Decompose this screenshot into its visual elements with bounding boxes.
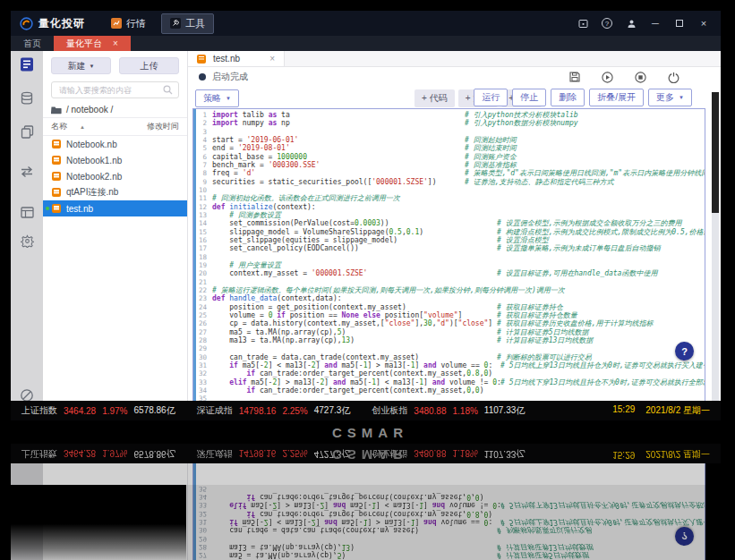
chevron-down-icon: ▼: [90, 64, 95, 69]
index-tn: 4727.3亿: [314, 404, 351, 417]
user-icon[interactable]: [625, 17, 637, 30]
sort-asc-icon[interactable]: ▲: [80, 124, 85, 130]
code-editor: 1import talib as ta# 引入python技术分析模块talib…: [196, 463, 705, 560]
line-number: 27: [196, 328, 212, 336]
help-icon[interactable]: ?: [601, 17, 613, 30]
code-line: 2import numpy as np# 引入python数据分析模块numpy: [196, 119, 705, 127]
code-text: import numpy as np: [212, 119, 290, 127]
code-text: position = get_position(context.my_asset…: [212, 303, 406, 311]
line-number: 25: [196, 311, 212, 319]
inline-comment: # 证券池,支持动态、静态和指定代码三种方式: [465, 178, 613, 186]
inline-comment: # 5日均线上穿13日均线且持仓为0时,证券可交易就执行买入建仓: [500, 361, 705, 369]
notebook-nav-icon[interactable]: [18, 55, 36, 73]
index-tn: 1107.33亿: [484, 404, 525, 417]
cell-type-button[interactable]: 策略 ▼: [195, 89, 239, 107]
index-tn: 6578.86亿: [134, 404, 175, 417]
line-number: 1: [196, 111, 212, 119]
line-number: 11: [196, 194, 212, 202]
cell-action-button[interactable]: 运行: [474, 89, 508, 106]
help-fab-button[interactable]: ?: [675, 342, 694, 361]
cell-action-label: 停止: [520, 91, 538, 104]
files-copy-icon[interactable]: [18, 123, 36, 140]
tab-home-label: 首页: [23, 38, 41, 50]
line-number: 5: [196, 144, 212, 152]
code-text: elif ma5[-2] > ma13[-2] and ma5[-1] < ma…: [212, 501, 501, 509]
file-row[interactable]: qtAPI连接.nb: [43, 184, 187, 200]
minimize-icon[interactable]: ─: [649, 17, 662, 30]
menu-tools[interactable]: 工具: [161, 13, 214, 34]
cell-action-button[interactable]: 更多▼: [648, 89, 692, 106]
scrollbar-thumb[interactable]: [712, 92, 719, 213]
line-number: 9: [196, 178, 212, 186]
code-text: context.my_asset = '000001.SZSE': [212, 269, 367, 277]
file-row[interactable]: Notebook1.nb: [43, 152, 187, 168]
kernel-status-text: 启动完成: [212, 71, 248, 83]
tab-home[interactable]: 首页: [11, 36, 54, 51]
unsaved-dot: [46, 207, 49, 210]
tab-quant-platform[interactable]: 量化平台 ×: [54, 36, 131, 51]
code-text: # 回测参数设置: [212, 211, 281, 219]
editor-tab-testnb[interactable]: test.nb ×: [188, 51, 285, 66]
settings-gear-icon[interactable]: [18, 232, 36, 250]
market-icon: [111, 18, 122, 29]
file-row[interactable]: Notebook.nb: [43, 136, 187, 152]
code-editor[interactable]: 1import talib as ta# 引入python技术分析模块talib…: [196, 109, 705, 401]
inline-comment: # 计算目标证券13日均线数据: [497, 336, 593, 344]
cell-toolbar: 策略 ▼ + 代码+ 策略+ 文档 运行停止删除折叠/展开更多▼: [188, 87, 721, 108]
code-text: set_commission(PerValue(cost=0.0003)): [212, 219, 389, 227]
column-modified-time[interactable]: 修改时间: [147, 121, 179, 132]
add-cell-button[interactable]: + 代码: [415, 89, 455, 107]
inline-comment: # 策略类型,"d"表示日间策略使用日线回测,"m"表示日内策略使用分钟线回测: [465, 169, 705, 177]
restart-power-icon[interactable]: [668, 72, 679, 83]
code-text: import talib as ta: [212, 111, 290, 119]
panel-layout-icon[interactable]: [18, 203, 36, 221]
menu-market-label: 行情: [126, 17, 146, 30]
file-name: Notebook1.nb: [66, 156, 122, 165]
code-line: 23def handle_data(context,data):: [196, 294, 705, 302]
code-text: def handle_data(context,data):: [212, 294, 342, 302]
cell-action-label: 更多: [656, 91, 674, 104]
inline-comment: # 判断标的股票可以进行交易: [497, 526, 592, 534]
new-button[interactable]: 新建 ▼: [51, 57, 111, 74]
line-number: 35: [196, 485, 212, 493]
cell-action-button[interactable]: 删除: [551, 89, 585, 106]
code-line: 17 set_cancel_policy(EODCancel())# 设置撤单策…: [196, 244, 705, 252]
line-number: 18: [196, 253, 212, 261]
line-number: 33: [196, 378, 212, 386]
inline-comment: # 计算目标证券5日均线数据: [497, 551, 588, 559]
save-icon[interactable]: [569, 72, 580, 82]
code-line: 10: [196, 186, 705, 194]
tools-icon: [170, 18, 181, 29]
code-text: if can_trade:order_target_percent(contex…: [212, 369, 492, 378]
inline-comment: # 计算目标证券13日均线数据: [497, 543, 593, 551]
index-pc: 1.97%: [102, 406, 127, 416]
code-line: 33 elif ma5[-2] > ma13[-2] and ma5[-1] <…: [196, 378, 705, 386]
code-line: 30 can_trade = data.can_trade(context.my…: [196, 353, 705, 361]
csmar-watermark: CSMAR: [11, 444, 721, 467]
maximize-icon[interactable]: [673, 17, 686, 30]
tab-close-icon[interactable]: ×: [113, 38, 118, 48]
menu-market[interactable]: 行情: [103, 14, 154, 33]
inline-comment: # 引入python数据分析模块numpy: [465, 119, 578, 127]
column-name[interactable]: 名称: [51, 121, 67, 132]
message-icon[interactable]: [577, 17, 589, 30]
file-row[interactable]: Notebook2.nb: [43, 168, 187, 184]
code-text: # 回测初始化函数。该函数会在正式回测进行之前调用一次: [212, 194, 400, 202]
stop-circle-icon[interactable]: [635, 72, 646, 83]
file-list-header: 名称 ▲ 修改时间: [43, 117, 187, 136]
upload-button[interactable]: 上传: [119, 57, 179, 74]
line-number: 34: [196, 386, 212, 395]
inline-comment: # 5日均线上穿13日均线且持仓为0时,证券可交易就执行买入建仓: [500, 518, 705, 526]
code-line: 28 ma13 = ta.MA(np.array(cp),13)# 计算目标证券…: [196, 543, 705, 551]
close-window-icon[interactable]: ×: [697, 17, 710, 30]
cell-action-button[interactable]: 停止: [512, 89, 546, 106]
cell-action-button[interactable]: 折叠/展开: [589, 89, 644, 106]
run-circle-icon[interactable]: [602, 72, 613, 83]
database-icon[interactable]: [18, 89, 36, 107]
search-input[interactable]: [57, 85, 159, 96]
editor-tab-title: test.nb: [213, 54, 240, 64]
editor-tab-close-icon[interactable]: ×: [269, 54, 275, 64]
transfer-arrows-icon[interactable]: [18, 163, 36, 181]
file-row[interactable]: test.nb: [43, 200, 187, 216]
code-line: 19 # 用户变量设置: [196, 261, 705, 269]
